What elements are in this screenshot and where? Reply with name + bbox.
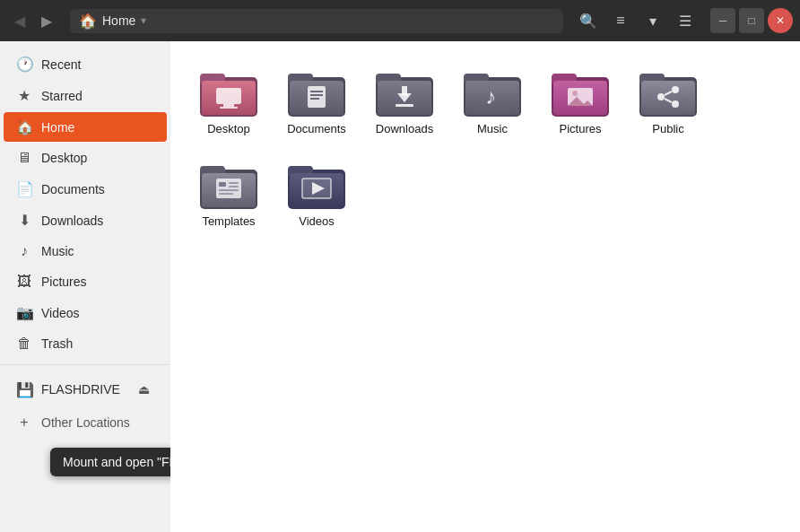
svg-rect-47 (219, 182, 226, 187)
menu-button[interactable]: ☰ (671, 6, 700, 35)
sidebar-item-starred[interactable]: ★ Starred (4, 81, 167, 110)
sidebar-label-recent: Recent (41, 57, 81, 72)
sidebar-item-trash[interactable]: 🗑 Trash (4, 329, 167, 358)
folder-label-downloads: Downloads (376, 122, 433, 137)
sidebar-item-downloads[interactable]: ⬇ Downloads (4, 205, 167, 235)
svg-rect-48 (229, 182, 239, 184)
folder-label-public: Public (652, 122, 683, 137)
folder-videos-icon (288, 161, 345, 209)
window-controls: ─ □ ✕ (710, 8, 793, 33)
sidebar-label-downloads: Downloads (41, 214, 103, 228)
sidebar-label-other: Other Locations (41, 415, 130, 430)
folder-label-music: Music (477, 122, 508, 137)
sidebar-label-documents: Documents (41, 182, 105, 196)
close-button[interactable]: ✕ (768, 8, 793, 33)
svg-point-37 (657, 93, 665, 100)
location-name: Home (102, 13, 135, 28)
svg-rect-21 (396, 104, 413, 107)
folder-documents-icon (288, 68, 345, 117)
svg-rect-50 (219, 189, 239, 191)
folder-label-desktop: Desktop (207, 122, 250, 137)
sidebar-label-flashdrive: FLASHDRIVE (41, 382, 120, 397)
search-button[interactable]: 🔍 (574, 6, 603, 35)
downloads-icon: ⬇ (16, 212, 32, 229)
folder-music[interactable]: ♪ Music (452, 59, 533, 144)
toolbar-actions: 🔍 ≡ ▾ ☰ (574, 6, 700, 35)
sidebar-label-home: Home (41, 120, 74, 135)
svg-point-38 (672, 86, 679, 93)
svg-rect-36 (641, 81, 695, 115)
folder-templates-icon (200, 161, 257, 209)
sidebar: 🕐 Recent ★ Starred 🏠 Home 🖥 Desktop 📄 Do… (0, 41, 170, 532)
folder-music-icon: ♪ (464, 68, 521, 117)
svg-rect-49 (229, 186, 239, 188)
folder-label-pictures: Pictures (560, 122, 602, 137)
drive-icon: 💾 (16, 381, 32, 398)
svg-point-39 (672, 100, 679, 108)
sidebar-item-flashdrive[interactable]: 💾 FLASHDRIVE ⏏ (4, 372, 167, 406)
sidebar-item-documents[interactable]: 📄 Documents (4, 174, 167, 204)
sidebar-label-music: Music (41, 244, 74, 258)
folder-downloads[interactable]: Downloads (364, 59, 445, 144)
sidebar-item-videos[interactable]: 📷 Videos (4, 298, 167, 327)
sidebar-item-music[interactable]: ♪ Music (4, 237, 167, 266)
sidebar-item-pictures[interactable]: 🖼 Pictures (4, 267, 167, 296)
svg-rect-51 (219, 193, 233, 195)
svg-rect-5 (223, 104, 234, 107)
folder-videos[interactable]: Videos (276, 152, 357, 237)
folder-label-videos: Videos (299, 214, 335, 230)
titlebar: ◀ ▶ 🏠 Home ▾ 🔍 ≡ ▾ ☰ ─ □ ✕ (0, 0, 800, 41)
sidebar-label-starred: Starred (41, 89, 83, 103)
sidebar-label-pictures: Pictures (41, 275, 87, 289)
star-icon: ★ (16, 87, 32, 104)
sidebar-label-trash: Trash (41, 336, 73, 351)
svg-rect-20 (402, 86, 407, 95)
svg-rect-6 (220, 107, 238, 109)
folder-public[interactable]: Public (628, 59, 709, 144)
folder-downloads-icon (376, 68, 433, 117)
sidebar-item-home[interactable]: 🏠 Home (4, 112, 167, 142)
documents-icon: 📄 (16, 180, 32, 197)
flashdrive-tooltip: Mount and open "FLASHDRIVE" (50, 448, 170, 476)
svg-rect-11 (308, 86, 326, 108)
music-icon: ♪ (16, 243, 32, 259)
svg-rect-4 (216, 88, 241, 104)
folder-label-documents: Documents (287, 122, 346, 137)
recent-icon: 🕐 (16, 56, 32, 73)
sidebar-item-other-locations[interactable]: + Other Locations (4, 408, 167, 437)
sidebar-item-recent[interactable]: 🕐 Recent (4, 49, 167, 79)
svg-rect-46 (216, 179, 241, 198)
forward-button[interactable]: ▶ (34, 8, 59, 33)
folder-label-templates: Templates (202, 214, 255, 230)
folder-documents[interactable]: Documents (276, 59, 357, 144)
maximize-button[interactable]: □ (739, 8, 764, 33)
back-button[interactable]: ◀ (7, 8, 32, 33)
add-icon: + (16, 414, 32, 431)
home-icon: 🏠 (79, 13, 97, 30)
eject-button[interactable]: ⏏ (133, 379, 154, 400)
folder-desktop[interactable]: Desktop (188, 59, 269, 144)
trash-icon: 🗑 (16, 336, 32, 352)
folder-public-icon (639, 68, 697, 117)
videos-icon: 📷 (16, 304, 32, 321)
main-layout: 🕐 Recent ★ Starred 🏠 Home 🖥 Desktop 📄 Do… (0, 41, 800, 532)
minimize-button[interactable]: ─ (710, 8, 735, 33)
view-list-button[interactable]: ≡ (606, 6, 635, 35)
svg-text:♪: ♪ (485, 84, 496, 109)
file-area: Desktop (170, 41, 800, 532)
svg-point-31 (572, 91, 578, 96)
folder-desktop-icon (200, 68, 257, 117)
nav-controls: ◀ ▶ (7, 8, 59, 33)
sidebar-label-desktop: Desktop (41, 151, 87, 165)
folder-pictures-icon (552, 68, 609, 117)
sidebar-item-desktop[interactable]: 🖥 Desktop (4, 144, 167, 172)
folder-templates[interactable]: Templates (188, 152, 269, 237)
location-bar[interactable]: 🏠 Home ▾ (70, 9, 563, 33)
folder-pictures[interactable]: Pictures (540, 59, 621, 144)
pictures-icon: 🖼 (16, 274, 32, 290)
chevron-down-icon: ▾ (141, 14, 146, 27)
home-sidebar-icon: 🏠 (16, 118, 32, 135)
sidebar-label-videos: Videos (41, 306, 80, 320)
desktop-icon: 🖥 (16, 150, 32, 166)
view-toggle-button[interactable]: ▾ (639, 6, 667, 35)
